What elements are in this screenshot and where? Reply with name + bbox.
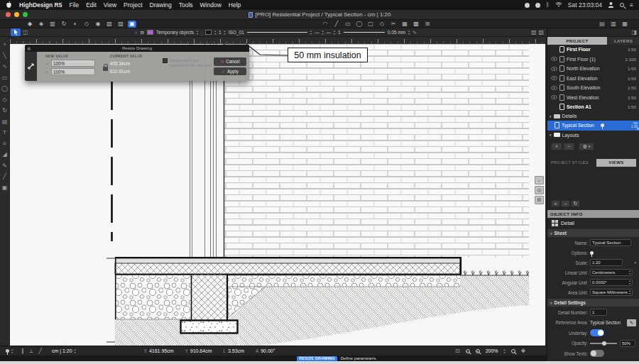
sheet-row[interactable]: East Elevation1:50	[547, 74, 639, 84]
bluetooth-icon[interactable]: ᛒ	[546, 2, 550, 8]
tool-rotate-icon[interactable]: ↻	[60, 21, 68, 28]
menu-clock[interactable]: Sat 23:03:04	[568, 1, 602, 9]
dialog-close-icon[interactable]: ⊗	[27, 46, 31, 51]
visibility-icon[interactable]	[550, 86, 557, 90]
zoom-level[interactable]: 200%	[486, 348, 498, 353]
tool-trim-icon[interactable]: ▧	[105, 21, 114, 28]
menu-view[interactable]: View	[104, 1, 116, 9]
layer-selector[interactable]: Temporary objects	[156, 30, 194, 35]
drawing-canvas[interactable]: 50 mm insulation ▫ ◎ ⊞ ⊗ Resize Drawing …	[10, 44, 545, 346]
tool-hatch2-icon[interactable]: ▤	[1, 118, 9, 125]
tool-rect-icon[interactable]: ▭	[344, 21, 352, 28]
tool-scale-icon[interactable]: ◇	[82, 21, 91, 28]
scale-dropdown-icon[interactable]: ▾	[634, 260, 636, 265]
status-item-icon[interactable]	[525, 3, 530, 8]
layer-visibility-icon[interactable]: ○	[135, 30, 138, 35]
detail-number-input[interactable]: 1	[590, 309, 607, 316]
linetype-stepper[interactable]: ▴▾	[310, 30, 312, 35]
zoom-tool-icon[interactable]	[511, 349, 515, 353]
pen-color-swatch[interactable]	[205, 30, 212, 35]
tool-annotate-icon[interactable]: ✎	[1, 162, 9, 169]
tool-pattern-icon[interactable]: ▩	[412, 21, 420, 28]
tool-text-icon[interactable]: T	[1, 129, 9, 136]
tool-cut-icon[interactable]: ✂	[389, 21, 398, 28]
details-group-header[interactable]: ▾ Details	[547, 112, 639, 121]
tool-fillet-icon[interactable]: ◢	[1, 151, 9, 158]
tool-arc-icon[interactable]: ◠	[321, 21, 329, 28]
zoom-out-icon[interactable]: −	[466, 349, 470, 353]
zoom-stepper[interactable]: ▴▾	[504, 348, 506, 354]
unit-scale-indicator[interactable]: cm | 1:20	[52, 348, 72, 353]
opacity-value[interactable]: 50%	[620, 340, 635, 347]
tool-spline-icon[interactable]: ∿	[1, 63, 9, 70]
remove-object-button[interactable]: −	[561, 200, 570, 207]
fit-view-button[interactable]: ▫	[535, 176, 544, 184]
new-width-input[interactable]: 100%	[51, 60, 95, 67]
spotlight-search-icon[interactable]	[620, 3, 624, 7]
area-unit-select[interactable]: Square Millimeters ▴▾	[590, 289, 633, 296]
pen-stepper[interactable]: ▴▾	[214, 30, 216, 35]
tool-symbol-icon[interactable]: ▣	[1, 184, 9, 191]
linear-unit-stepper[interactable]: ▴▾	[629, 270, 630, 275]
show-texts-toggle[interactable]	[590, 350, 604, 357]
tool-hatch-icon[interactable]: ▦	[400, 21, 409, 28]
menu-edit[interactable]: Edit	[86, 1, 97, 9]
linear-unit-select[interactable]: Centimeters ▴▾	[590, 269, 633, 276]
fill-pattern2-icon[interactable]: ▨	[538, 29, 544, 35]
minimize-window-button[interactable]	[14, 12, 19, 17]
tool-line2-icon[interactable]: ╲	[1, 53, 9, 59]
layer-stack-icon[interactable]: ⊟	[141, 30, 144, 35]
tool-mirror-icon[interactable]: ◐	[71, 21, 80, 28]
zoom-in-icon[interactable]: +	[476, 349, 480, 353]
scale-input[interactable]: 1:20	[590, 259, 623, 266]
tool-diamond-icon[interactable]: ◇	[378, 21, 386, 28]
line-weight-stepper[interactable]: ▴▾	[408, 30, 410, 35]
apple-menu-icon[interactable]	[6, 1, 12, 10]
sheet-row[interactable]: West Elevation1:50	[547, 93, 639, 103]
tool-extend-icon[interactable]: ▨	[116, 21, 125, 28]
selection-mode-icon[interactable]: ◫	[23, 29, 28, 35]
add-object-button[interactable]: +	[551, 200, 560, 207]
edit-reference-button[interactable]: ✎	[627, 319, 636, 326]
sheet-row[interactable]: Section A11:50	[547, 102, 639, 112]
tool-point-icon[interactable]: +	[1, 41, 9, 48]
fit-page-icon[interactable]: ⊡	[455, 348, 459, 354]
tab-project[interactable]: PROJECT	[547, 37, 607, 45]
detail-item-selected[interactable]: Typical Section cm1:20	[547, 121, 639, 131]
angular-unit-select[interactable]: 0.0000° ▴▾	[590, 279, 633, 286]
name-input[interactable]: Typical Section	[590, 239, 631, 246]
aspect-lock-icon[interactable]	[103, 67, 108, 71]
tool-array-icon[interactable]: ▥	[48, 21, 57, 28]
menu-file[interactable]: File	[69, 1, 79, 9]
layouts-group-header[interactable]: ▾ Layouts	[547, 131, 639, 139]
visibility-icon[interactable]	[550, 57, 557, 61]
tool-layers-icon[interactable]: ≡	[1, 140, 9, 147]
panel-right-icon[interactable]: ▦	[621, 21, 629, 28]
tool-circle2-icon[interactable]: ◯	[1, 85, 9, 92]
weight-scale-field[interactable]: 1	[338, 30, 341, 35]
resize-option-checkbox[interactable]	[163, 58, 168, 63]
zoom-window-button[interactable]	[23, 12, 28, 17]
pen-number-stepper[interactable]: ▴▾	[224, 30, 226, 35]
panel-left-icon[interactable]: ▤	[598, 21, 606, 28]
tab-layers[interactable]: LAYERS	[607, 37, 639, 45]
arrow-start-field[interactable]: —	[315, 30, 320, 35]
tool-rectangle-icon[interactable]: ▭	[1, 75, 9, 81]
snap-pin-icon[interactable]	[6, 349, 9, 353]
sheet-row[interactable]: First Floor1:50	[547, 45, 639, 55]
visibility-icon[interactable]	[550, 67, 557, 71]
refresh-object-button[interactable]: ↻	[571, 200, 580, 207]
pen-number-field[interactable]: 1	[219, 30, 222, 35]
options-pin-icon[interactable]	[590, 251, 594, 255]
sheet-row[interactable]: South Elevation1:50	[547, 83, 639, 93]
line-weight-field[interactable]: 0.05 mm	[388, 30, 405, 35]
user-icon[interactable]	[608, 1, 614, 9]
menu-help[interactable]: Help	[229, 1, 241, 9]
close-window-button[interactable]	[6, 12, 11, 17]
control-center-icon[interactable]: ≡	[630, 1, 633, 9]
tool-circle-icon[interactable]: ◯	[355, 21, 364, 28]
add-sheet-button[interactable]: +	[551, 143, 562, 150]
menu-project[interactable]: Project	[124, 1, 142, 9]
sheet-row[interactable]: North Elevation1:50	[547, 64, 639, 74]
remove-sheet-button[interactable]: −	[563, 143, 574, 150]
